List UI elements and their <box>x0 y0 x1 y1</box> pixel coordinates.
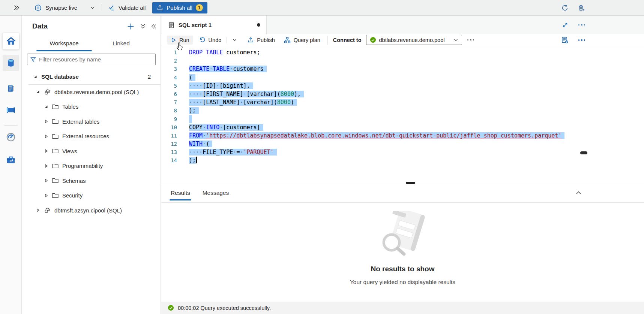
code-line[interactable]: 11FROM·'https://dbtlabsynapsedatalake.bl… <box>161 132 644 140</box>
panel-title: Data <box>32 22 48 30</box>
folder-icon <box>52 163 59 169</box>
code-line[interactable]: 9 <box>161 115 644 123</box>
chevron-expanded-icon[interactable] <box>33 75 38 79</box>
synapse-hexagon-icon <box>35 4 42 12</box>
nav-data-button[interactable] <box>3 55 19 71</box>
validate-all-label: Validate all <box>119 4 146 11</box>
code-line[interactable]: 8); <box>161 106 644 115</box>
tree-item-sql-database[interactable]: SQL database 2 <box>22 69 161 84</box>
tree-item-tables[interactable]: Tables <box>22 99 161 114</box>
tab-workspace[interactable]: Workspace <box>36 37 92 50</box>
no-results-empty-state: No results to show Your query yielded no… <box>161 203 644 302</box>
chevron-collapsed-icon[interactable] <box>44 135 48 138</box>
more-commands-icon[interactable] <box>578 39 585 41</box>
chevron-collapsed-icon[interactable] <box>44 149 48 153</box>
home-icon <box>6 36 16 46</box>
line-number: 13 <box>161 148 177 156</box>
code-line[interactable]: 2 <box>161 57 644 65</box>
splitter-grip[interactable] <box>406 182 415 184</box>
folder-icon <box>52 134 59 139</box>
collapse-all-icon[interactable] <box>140 23 146 30</box>
line-number: 1 <box>161 48 177 57</box>
more-actions-icon[interactable] <box>578 24 585 26</box>
main-content: SQL script 1 Run Undo Publish Qu <box>161 16 644 314</box>
code-line[interactable]: 1DROP TABLE customers; <box>161 48 644 57</box>
tree-item-external-tables[interactable]: External tables <box>22 114 161 129</box>
expand-editor-icon[interactable] <box>562 22 568 28</box>
code-line[interactable]: 3CREATE·TABLE·customers <box>161 65 644 73</box>
tab-sql-script-1[interactable]: SQL script 1 <box>162 16 267 34</box>
collapse-results-icon[interactable] <box>575 190 582 196</box>
properties-icon[interactable] <box>561 36 569 44</box>
publish-all-label: Publish all <box>167 4 192 11</box>
document-tab-strip: SQL script 1 <box>161 16 644 34</box>
publish-count-badge: 1 <box>196 4 203 11</box>
line-number: 11 <box>161 132 177 140</box>
data-explorer-panel: Data Workspace Linked SQL database <box>22 16 161 314</box>
validate-all-button[interactable]: Validate all <box>108 4 146 11</box>
divider <box>102 4 102 12</box>
chevron-down-icon <box>90 5 95 10</box>
publish-all-button[interactable]: Publish all 1 <box>152 2 207 13</box>
code-line[interactable]: 4( <box>161 73 644 82</box>
code-line[interactable]: 13····FILE_TYPE·=·'PARQUET' <box>161 148 644 156</box>
validate-check-icon <box>108 4 115 11</box>
tree-item-security[interactable]: Security <box>22 188 161 203</box>
nav-develop-button[interactable] <box>3 80 19 97</box>
filter-resources-input-wrap <box>27 54 156 65</box>
line-number: 7 <box>161 98 177 106</box>
run-options-chevron[interactable] <box>229 36 240 44</box>
code-line[interactable]: 5····[ID]·[bigint], <box>161 82 644 90</box>
workspace-mode-label: Synapse live <box>45 4 77 11</box>
tree-item-external-resources[interactable]: External resources <box>22 129 161 144</box>
discard-all-icon[interactable] <box>578 4 585 12</box>
code-line[interactable]: 7····[LAST_NAME]·[varchar](8000) <box>161 98 644 106</box>
refresh-icon[interactable] <box>561 4 569 12</box>
scrollbar-thumb[interactable] <box>580 151 587 154</box>
code-line[interactable]: 12WITH·( <box>161 140 644 148</box>
chevron-collapsed-icon[interactable] <box>44 164 48 168</box>
chevron-collapsed-icon[interactable] <box>36 208 40 212</box>
tree-item-programmability[interactable]: Programmability <box>22 158 161 173</box>
manage-icon <box>6 155 16 164</box>
collapse-panel-icon[interactable] <box>151 24 157 29</box>
unsaved-dot-icon <box>257 23 260 27</box>
code-line[interactable]: 10COPY·INTO·[customers] <box>161 123 644 132</box>
tab-messages[interactable]: Messages <box>203 183 229 203</box>
connect-more-icon[interactable] <box>467 39 474 41</box>
undo-button[interactable]: Undo <box>196 35 225 45</box>
publish-button[interactable]: Publish <box>244 35 278 45</box>
filter-resources-input[interactable] <box>39 56 152 63</box>
connect-to-dropdown[interactable]: dbtlabs.revenue.demo.pool <box>366 35 462 45</box>
nav-monitor-button[interactable] <box>3 129 19 145</box>
run-button[interactable]: Run <box>167 36 193 45</box>
nav-home-button[interactable] <box>3 33 19 49</box>
tab-linked[interactable]: Linked <box>106 37 136 50</box>
tab-results[interactable]: Results <box>171 183 190 203</box>
code-line[interactable]: 14); <box>161 156 644 164</box>
chevron-collapsed-icon[interactable] <box>44 194 48 197</box>
code-line[interactable]: 6····[FIRST_NAME]·[varchar](8000), <box>161 90 644 98</box>
chevron-expanded-icon[interactable] <box>36 90 40 94</box>
sql-code-editor[interactable]: 1DROP TABLE customers;23CREATE·TABLE·cus… <box>161 46 644 183</box>
workspace-mode-dropdown[interactable]: Synapse live <box>35 4 95 12</box>
tree-item-pool-dbtlabs[interactable]: dbtlabs.revenue.demo.pool (SQL) <box>22 85 161 100</box>
chevron-expanded-icon[interactable] <box>44 105 48 109</box>
empty-state-subtitle: Your query yielded no displayable result… <box>350 279 455 286</box>
tree-item-views[interactable]: Views <box>22 144 161 159</box>
folder-icon <box>52 104 59 109</box>
nav-integrate-button[interactable] <box>3 102 19 118</box>
connect-to-label: Connect to <box>333 37 362 43</box>
add-resource-icon[interactable] <box>127 22 135 30</box>
upload-icon <box>157 4 163 11</box>
tree-item-schemas[interactable]: Schemas <box>22 173 161 188</box>
top-command-bar: Synapse live Validate all Publish all 1 <box>0 0 644 16</box>
query-plan-button[interactable]: Query plan <box>281 35 324 45</box>
expand-sidebar-icon[interactable] <box>14 5 20 10</box>
chevron-collapsed-icon[interactable] <box>44 179 48 182</box>
tree-item-pool-dbtmsft[interactable]: dbtmsft.azsyn.cipool (SQL) <box>22 203 161 218</box>
results-tab-bar: Results Messages <box>161 183 644 203</box>
chevron-collapsed-icon[interactable] <box>44 120 48 123</box>
nav-manage-button[interactable] <box>3 151 19 168</box>
left-nav-rail <box>0 16 22 314</box>
